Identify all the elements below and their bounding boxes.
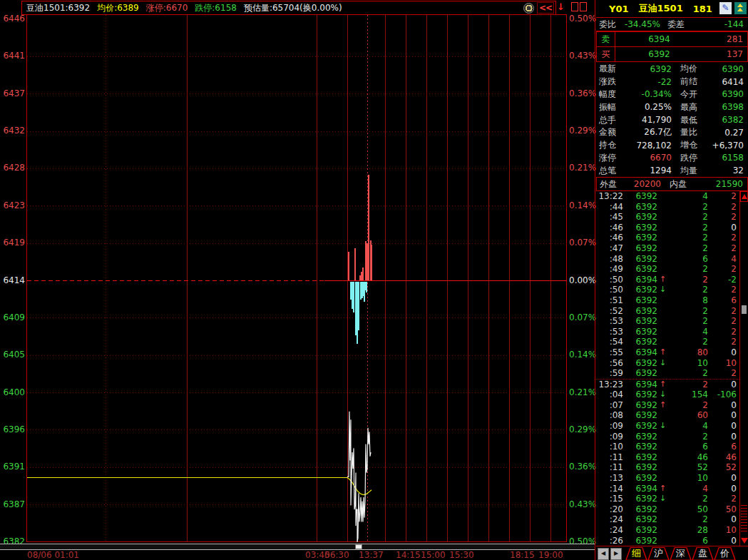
horizontal-scrollbar-thumb[interactable] <box>355 544 362 549</box>
tick-row: :46639222 <box>596 233 739 243</box>
tick-scrollbar-thumb[interactable] <box>742 305 747 314</box>
down-arrow-icon[interactable]: ↓ <box>557 1 565 12</box>
percent-tick-label: 0.29% <box>569 126 594 136</box>
tick-row: :24639220 <box>596 514 739 525</box>
tick-row: :076392↑20 <box>596 400 739 411</box>
tick-oi-change: 0 <box>708 484 739 494</box>
stat-value: 0.25% <box>625 102 672 112</box>
draw-icon[interactable]: ✎ <box>719 2 732 14</box>
tick-volume: 2 <box>668 223 708 233</box>
percent-tick-label: 0.21% <box>569 163 594 173</box>
percent-tick-label: 0.36% <box>569 462 594 472</box>
tick-oi-change: 0 <box>708 432 739 442</box>
tab-prev-button[interactable]: ◀ <box>598 548 609 560</box>
tick-price: 6392 <box>623 285 657 295</box>
tick-time: :07 <box>596 400 623 411</box>
tick-time: :54 <box>596 337 623 347</box>
stat-label: 振幅 <box>599 101 625 113</box>
panel-tab-1[interactable]: 细 <box>625 547 647 560</box>
panel-tab-5[interactable]: 价 <box>714 547 736 560</box>
percent-tick-label: 0.36% <box>569 89 594 98</box>
contract-index: 181 <box>693 4 712 14</box>
scroll-down-button[interactable] <box>740 535 748 546</box>
percent-tick-label: 0.14% <box>569 201 594 210</box>
no-arrow <box>657 212 668 223</box>
scroll-up-button[interactable] <box>740 191 748 202</box>
tick-row: :566392↓1010 <box>596 358 739 369</box>
panel-tab-3[interactable]: 深 <box>670 547 692 560</box>
tick-time: :45 <box>596 212 623 223</box>
tick-oi-change: 2 <box>708 202 739 213</box>
tick-volume: 2 <box>668 316 708 327</box>
stat-value: +6,370 <box>706 141 744 151</box>
no-arrow <box>657 473 668 484</box>
price-tick-label: 6396 <box>0 425 25 434</box>
inner-volume-value: 21590 <box>687 179 743 189</box>
up-arrow-icon: ↑ <box>657 380 668 390</box>
no-arrow <box>657 410 668 421</box>
tick-oi-change: 52 <box>708 462 739 473</box>
tick-time: :08 <box>596 410 623 421</box>
panel-divider <box>595 0 595 560</box>
timeshare-chart[interactable] <box>26 14 567 542</box>
stat-label: 量比 <box>680 126 706 138</box>
tick-volume: 80 <box>668 347 708 358</box>
price-tick-label: 6405 <box>0 350 25 360</box>
tick-row: :506394↑2-2 <box>596 275 739 285</box>
tick-oi-change: 2 <box>708 337 739 347</box>
stat-label: 涨跌 <box>599 76 625 88</box>
horizontal-scrollbar[interactable] <box>0 544 595 550</box>
stat-value: 6158 <box>706 153 744 163</box>
fold-up-icon[interactable] <box>734 2 747 14</box>
tick-volume: 4 <box>668 327 708 337</box>
tick-time: :50 <box>596 275 623 285</box>
no-arrow <box>657 327 668 337</box>
tick-time: :48 <box>596 254 623 265</box>
down-triangle-icon <box>741 538 748 544</box>
tick-oi-change: 2 <box>708 327 739 337</box>
bid-row[interactable]: 买 6392 137 <box>596 46 748 62</box>
title-segment: 豆油1501:6392 <box>26 3 90 13</box>
panel-tab-bar: ◀ ▶ 细沪深盘价 <box>596 546 748 560</box>
collapse-left-icon[interactable]: << <box>537 2 554 14</box>
tick-row: :096392↓40 <box>596 421 739 432</box>
tick-price: 6394 <box>623 380 657 390</box>
stat-label: 跌停 <box>680 152 706 164</box>
tick-time: :46 <box>596 233 623 243</box>
stat-value: 6398 <box>706 102 744 112</box>
gear-icon[interactable] <box>523 3 534 14</box>
panel-tab-4[interactable]: 盘 <box>692 547 714 560</box>
ask-row[interactable]: 卖 6394 281 <box>596 31 748 47</box>
tab-next-button[interactable]: ▶ <box>610 548 622 560</box>
tick-oi-change: 6 <box>708 442 739 452</box>
tick-oi-change: 2 <box>708 494 739 504</box>
tick-oi-change: 6 <box>708 295 739 306</box>
tick-oi-change: 4 <box>708 254 739 265</box>
stat-label: 最低 <box>680 114 706 126</box>
tick-row: :10639266 <box>596 442 739 452</box>
stat-label: 持仓 <box>599 139 625 151</box>
weicha-label: 委差 <box>667 19 685 31</box>
stat-label: 增仓 <box>680 139 706 151</box>
up-arrow-icon: ↑ <box>657 484 668 494</box>
title-segment: 跌停:6158 <box>195 3 237 13</box>
tick-volume: 2 <box>668 264 708 275</box>
tick-volume: 154 <box>668 390 708 400</box>
tick-price: 6392 <box>623 327 657 337</box>
tick-oi-change: 0 <box>708 536 739 546</box>
ask-price: 6394 <box>615 34 703 44</box>
time-tick-label: 14:15 <box>396 550 421 560</box>
chart-title-text: 豆油1501:6392均价:6389涨停:6670跌停:6158预估量:6570… <box>22 2 349 14</box>
split-window-icon[interactable] <box>571 2 587 11</box>
tick-time: :51 <box>596 295 623 306</box>
stat-label: 均价 <box>680 63 706 75</box>
tick-row: 13:236394↑20 <box>596 379 739 390</box>
stats-grid: 最新6392均价6390涨跌-22前结6414幅度-0.34%今开6390振幅0… <box>596 63 748 177</box>
tick-row: :54639222 <box>596 337 739 347</box>
panel-tab-2[interactable]: 沪 <box>647 547 670 560</box>
tick-oi-change: 2 <box>708 316 739 327</box>
tick-volume: 2 <box>668 285 708 295</box>
tick-volume: 2 <box>668 212 708 223</box>
tick-row: :48639264 <box>596 254 739 265</box>
stats-row: 涨停6670跌停6158 <box>596 152 748 165</box>
